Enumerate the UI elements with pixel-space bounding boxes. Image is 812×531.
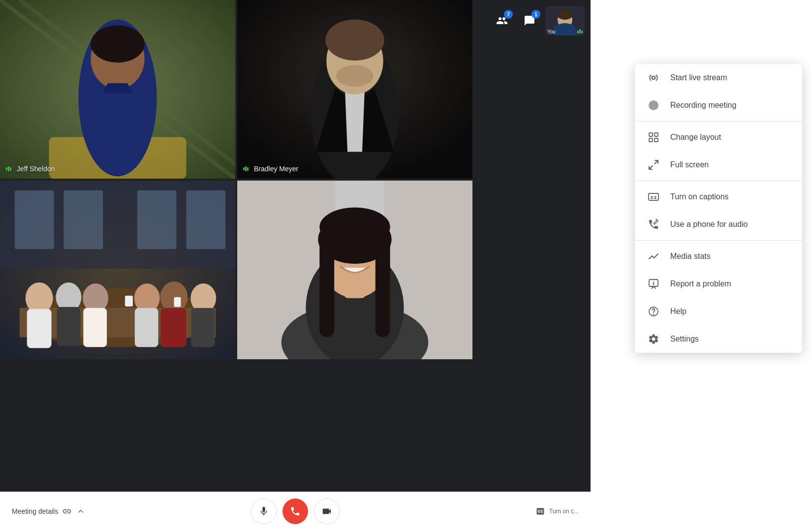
menu-label-phone-audio: Use a phone for audio: [670, 220, 748, 229]
menu-label-report-problem: Report a problem: [670, 280, 731, 288]
stats-icon: [647, 250, 660, 263]
svg-point-68: [654, 284, 654, 285]
right-controls-bar: Turn on c...: [535, 506, 579, 516]
divider-2: [635, 181, 802, 181]
menu-item-help[interactable]: Help: [635, 298, 802, 325]
svg-rect-37: [191, 308, 215, 347]
chat-button[interactable]: 1: [518, 9, 541, 32]
svg-rect-21: [63, 190, 103, 249]
settings-icon: [647, 332, 660, 346]
top-controls: 7 1 You: [490, 6, 585, 35]
svg-rect-35: [161, 308, 187, 347]
menu-label-live-stream: Start live stream: [670, 73, 727, 82]
chevron-up-icon: [76, 506, 86, 516]
live-stream-icon: [647, 71, 660, 85]
svg-point-51: [319, 208, 390, 247]
meeting-details-label: Meeting details: [12, 507, 58, 515]
self-view-label: You: [547, 29, 556, 34]
captions-menu-icon: [647, 190, 660, 204]
end-call-button[interactable]: [282, 499, 308, 524]
svg-point-52: [338, 250, 347, 258]
svg-point-53: [362, 250, 372, 258]
menu-label-change-layout: Change layout: [670, 133, 721, 142]
menu-item-captions[interactable]: Turn on captions: [635, 183, 802, 211]
svg-rect-33: [135, 308, 158, 347]
participant-name-jeff: Jeff Sheldon: [6, 165, 55, 173]
context-menu: Start live stream Recording meeting Chan…: [635, 64, 802, 353]
svg-point-56: [557, 10, 573, 20]
menu-item-change-layout[interactable]: Change layout: [635, 124, 802, 151]
self-view: You: [545, 6, 585, 35]
chat-badge: 1: [531, 10, 540, 19]
menu-label-media-stats: Media stats: [670, 252, 711, 261]
menu-item-phone-audio[interactable]: Use a phone for audio: [635, 211, 802, 238]
menu-item-report-problem[interactable]: Report a problem: [635, 270, 802, 298]
svg-rect-29: [57, 307, 81, 346]
report-icon: [647, 277, 660, 291]
svg-rect-22: [137, 190, 177, 249]
svg-rect-23: [186, 190, 225, 249]
turn-on-captions-partial: Turn on c...: [549, 508, 579, 515]
menu-item-live-stream[interactable]: Start live stream: [635, 64, 802, 92]
video-tile-woman: [237, 181, 472, 359]
meeting-details[interactable]: Meeting details: [12, 506, 86, 516]
svg-rect-65: [649, 193, 658, 200]
svg-marker-14: [345, 91, 365, 152]
menu-label-settings: Settings: [670, 335, 699, 344]
menu-label-captions: Turn on captions: [670, 192, 729, 201]
mute-button[interactable]: [251, 499, 277, 524]
svg-rect-27: [27, 309, 52, 348]
svg-point-17: [336, 65, 374, 87]
menu-item-media-stats[interactable]: Media stats: [635, 243, 802, 270]
participants-badge: 7: [504, 10, 513, 19]
video-tile-jeff: Jeff Sheldon: [0, 0, 235, 179]
link-icon: [62, 506, 72, 516]
menu-label-recording: Recording meeting: [670, 101, 736, 110]
menu-item-settings[interactable]: Settings: [635, 325, 802, 353]
help-icon: [647, 305, 660, 318]
svg-marker-8: [103, 83, 132, 93]
divider-1: [635, 121, 802, 122]
menu-label-help: Help: [670, 307, 687, 316]
menu-item-recording[interactable]: Recording meeting: [635, 92, 802, 119]
svg-rect-38: [125, 296, 133, 307]
audio-indicator-jeff: [6, 165, 14, 173]
svg-rect-49: [319, 239, 334, 337]
svg-point-70: [654, 314, 654, 315]
menu-item-full-screen[interactable]: Full screen: [635, 151, 802, 179]
video-tile-group: [0, 181, 235, 359]
participants-button[interactable]: 7: [490, 9, 514, 32]
divider-3: [635, 240, 802, 241]
svg-rect-39: [174, 297, 181, 307]
recording-icon: [647, 98, 660, 112]
layout-icon: [647, 130, 660, 144]
svg-point-7: [91, 26, 145, 63]
phone-audio-icon: [647, 218, 660, 231]
menu-label-full-screen: Full screen: [670, 160, 709, 169]
svg-rect-31: [83, 308, 107, 347]
participant-name-bradley: Bradley Meyer: [243, 165, 298, 173]
fullscreen-icon: [647, 158, 660, 172]
video-tile-bradley: Bradley Meyer: [237, 0, 472, 179]
audio-indicator-bradley: [243, 165, 251, 173]
video-grid: Jeff Sheldon: [0, 0, 472, 359]
svg-line-63: [655, 160, 658, 164]
captions-icon-bar: [535, 506, 545, 516]
svg-rect-20: [15, 190, 54, 249]
bottom-bar: Meeting details Turn on c...: [0, 492, 591, 531]
svg-rect-50: [375, 239, 390, 337]
center-controls: [251, 499, 340, 524]
svg-line-64: [649, 166, 653, 169]
camera-button[interactable]: [314, 499, 340, 524]
svg-point-16: [325, 20, 384, 61]
